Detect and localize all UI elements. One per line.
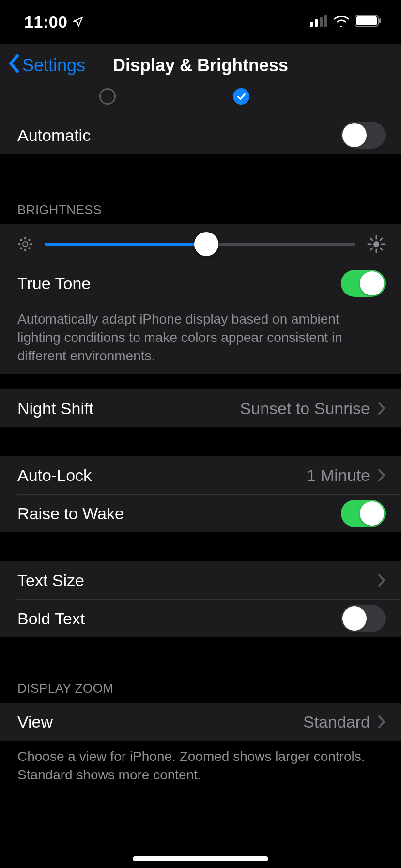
raise-to-wake-label: Raise to Wake [17,504,124,523]
svg-rect-0 [310,22,313,27]
bold-text-toggle[interactable] [341,605,386,632]
night-shift-cell[interactable]: Night Shift Sunset to Sunrise [0,389,401,427]
cell-right: 1 Minute [307,466,386,485]
true-tone-footer: Automatically adapt iPhone display based… [0,302,401,374]
automatic-group: Automatic [0,116,401,154]
text-size-cell[interactable]: Text Size [0,561,401,599]
brightness-group: True Tone Automatically adapt iPhone dis… [0,224,401,374]
display-zoom-footer: Choose a view for iPhone. Zoomed shows l… [0,741,401,784]
lock-group: Auto-Lock 1 Minute Raise to Wake [0,456,401,532]
auto-lock-cell[interactable]: Auto-Lock 1 Minute [0,456,401,494]
text-size-label: Text Size [17,571,84,590]
svg-point-7 [23,242,28,247]
night-shift-group: Night Shift Sunset to Sunrise [0,389,401,427]
raise-to-wake-toggle[interactable] [341,500,386,527]
battery-icon [355,15,382,29]
svg-point-13 [29,248,30,248]
group-gap [0,637,401,681]
cell-right: Sunset to Sunrise [240,399,386,418]
svg-point-10 [19,244,20,245]
display-zoom-group: View Standard [0,703,401,741]
svg-rect-2 [320,17,323,27]
home-indicator[interactable] [133,856,268,861]
chevron-right-icon [378,574,386,587]
svg-point-14 [20,248,21,248]
view-cell[interactable]: View Standard [0,703,401,741]
appearance-light-radio[interactable] [99,88,116,105]
svg-point-16 [373,241,379,247]
svg-point-12 [20,239,21,240]
slider-thumb[interactable] [194,232,218,256]
true-tone-toggle[interactable] [341,270,386,297]
chevron-right-icon [378,715,386,728]
slider-fill [45,243,206,246]
svg-line-21 [370,238,372,240]
svg-point-15 [29,239,30,240]
svg-point-9 [25,249,26,250]
svg-line-23 [370,248,372,250]
text-group: Text Size Bold Text [0,561,401,637]
display-zoom-header: DISPLAY ZOOM [0,681,401,703]
status-time: 11:00 [24,13,67,31]
toggle-knob [342,123,367,147]
status-left: 11:00 [24,13,84,31]
svg-point-11 [31,244,31,245]
toggle-knob [360,271,384,295]
chevron-left-icon [8,54,20,78]
svg-point-8 [25,238,26,239]
true-tone-cell: True Tone [0,264,401,302]
view-value: Standard [303,713,370,731]
brightness-slider[interactable] [45,234,355,254]
automatic-toggle[interactable] [341,122,386,149]
appearance-selection-row [0,87,401,116]
view-label: View [17,713,53,731]
automatic-label: Automatic [17,126,91,145]
group-gap [0,154,401,202]
nav-back-button[interactable]: Settings [8,54,85,78]
night-shift-label: Night Shift [17,399,93,418]
nav-back-label: Settings [22,55,85,76]
brightness-header: BRIGHTNESS [0,202,401,224]
svg-line-24 [380,238,382,240]
cell-right [378,574,386,587]
auto-lock-value: 1 Minute [307,466,370,485]
appearance-dark-radio[interactable] [233,88,249,105]
svg-rect-1 [315,19,318,27]
svg-rect-5 [356,16,377,25]
status-right [310,15,382,29]
location-icon [72,13,84,31]
automatic-cell: Automatic [0,116,401,154]
wifi-icon [333,15,350,29]
raise-to-wake-cell: Raise to Wake [0,495,401,532]
group-gap [0,427,401,456]
cellular-signal-icon [310,15,328,29]
status-bar: 11:00 [0,0,401,44]
svg-rect-3 [324,15,327,27]
chevron-right-icon [378,468,386,482]
group-gap [0,532,401,561]
night-shift-value: Sunset to Sunrise [240,399,370,418]
bold-text-label: Bold Text [17,609,85,628]
chevron-right-icon [378,402,386,415]
sun-bright-icon [367,235,386,253]
svg-line-22 [380,248,382,250]
brightness-slider-row [0,224,401,264]
cell-right: Standard [303,713,386,731]
true-tone-label: True Tone [17,274,91,293]
nav-bar: Settings Display & Brightness [0,44,401,87]
toggle-knob [360,501,384,526]
auto-lock-label: Auto-Lock [17,466,92,485]
bold-text-cell: Bold Text [0,600,401,637]
toggle-knob [342,606,367,631]
sun-dim-icon [17,236,33,252]
svg-rect-6 [379,18,381,23]
